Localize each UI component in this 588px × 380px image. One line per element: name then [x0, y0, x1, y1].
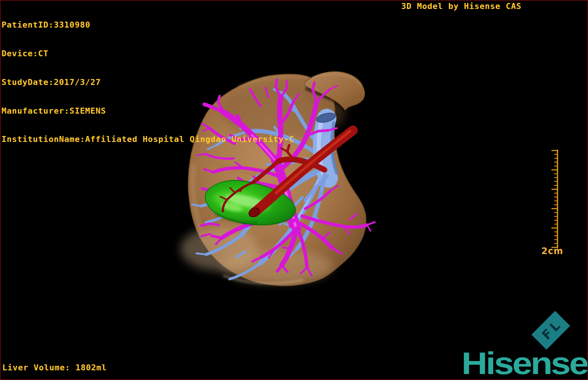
scale-ruler	[534, 147, 566, 256]
page-title: 3D Model by Hisense CAS	[401, 1, 521, 11]
liver-volume-readout: Liver Volume: 1802ml	[2, 363, 107, 372]
manufacturer-line: Manufacturer:SIEMENS	[1, 106, 294, 116]
device-line: Device:CT	[1, 49, 294, 58]
app-window: PatientID:3310980 Device:CT StudyDate:20…	[0, 0, 588, 380]
scale-label: 2cm	[538, 246, 566, 256]
patient-id-line: PatientID:3310980	[1, 20, 294, 30]
hisense-logo: Hisense	[461, 348, 587, 379]
study-date-line: StudyDate:2017/3/27	[1, 77, 294, 87]
patient-info-block: PatientID:3310980 Device:CT StudyDate:20…	[1, 1, 294, 163]
institution-line: InstitutionName:Affiliated Hospital Qing…	[1, 134, 294, 144]
